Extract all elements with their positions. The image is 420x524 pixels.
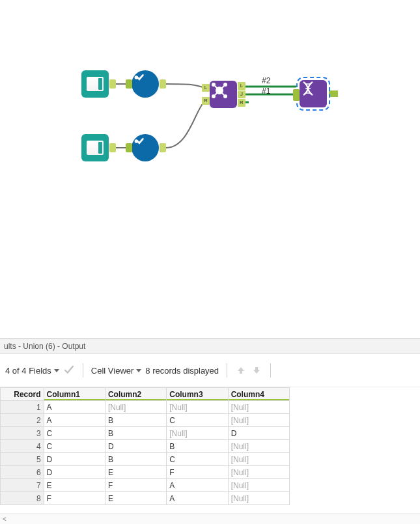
col-header-column2[interactable]: Column2	[105, 388, 166, 401]
join-port-L-out: L	[238, 82, 245, 90]
data-cell[interactable]: A	[44, 414, 105, 427]
connection-label-1: #2	[262, 76, 270, 85]
data-cell[interactable]: E	[105, 466, 166, 479]
data-cell[interactable]: E	[105, 492, 166, 505]
record-cell[interactable]: 2	[1, 414, 44, 427]
tool-input-data-2[interactable]	[81, 134, 109, 161]
data-cell[interactable]: A	[167, 492, 228, 505]
table-row[interactable]: 3CB[Null]D	[1, 427, 290, 440]
connection-label-2: #1	[262, 87, 270, 96]
data-cell[interactable]: [Null]	[105, 401, 166, 414]
tool-select-1[interactable]	[132, 70, 159, 98]
data-cell[interactable]: B	[105, 453, 166, 466]
data-cell[interactable]: C	[167, 453, 228, 466]
tool-select-2[interactable]	[132, 134, 159, 161]
table-row[interactable]: 2ABC[Null]	[1, 414, 290, 427]
data-cell[interactable]: [Null]	[228, 440, 289, 453]
svg-line-9	[215, 92, 217, 95]
data-cell[interactable]: [Null]	[228, 492, 289, 505]
toolbar-separator	[83, 363, 83, 378]
arrow-up-button[interactable]	[235, 365, 247, 376]
data-cell[interactable]: [Null]	[167, 427, 228, 440]
join-port-R-in: R	[202, 97, 210, 105]
col-header-record[interactable]: Record	[1, 388, 44, 401]
data-cell[interactable]: F	[167, 466, 228, 479]
join-port-L-in: L	[202, 84, 210, 92]
table-row[interactable]: 6DEF[Null]	[1, 466, 290, 479]
data-cell[interactable]: [Null]	[228, 414, 289, 427]
record-cell[interactable]: 4	[1, 440, 44, 453]
data-cell[interactable]: [Null]	[228, 479, 289, 492]
horizontal-scrollbar[interactable]: <	[0, 514, 420, 524]
data-cell[interactable]: F	[105, 479, 166, 492]
toolbar-separator	[270, 363, 271, 378]
data-cell[interactable]: B	[105, 414, 166, 427]
data-cell[interactable]: A	[167, 479, 228, 492]
record-cell[interactable]: 8	[1, 492, 44, 505]
record-cell[interactable]: 3	[1, 427, 44, 440]
join-port-R-out: R	[238, 99, 245, 107]
data-cell[interactable]: D	[44, 453, 105, 466]
data-cell[interactable]: E	[44, 479, 105, 492]
table-row[interactable]: 7EFA[Null]	[1, 479, 290, 492]
results-panel: ults - Union (6) - Output 4 of 4 Fields …	[0, 338, 420, 524]
records-count: 8 records displayed	[145, 366, 219, 376]
results-grid[interactable]: Record Column1 Column2 Column3 Column4 1…	[0, 387, 290, 505]
data-cell[interactable]: D	[44, 466, 105, 479]
data-cell[interactable]: A	[44, 401, 105, 414]
data-cell[interactable]: F	[44, 492, 105, 505]
svg-line-10	[221, 92, 224, 95]
data-cell[interactable]: C	[167, 414, 228, 427]
svg-line-8	[221, 86, 224, 89]
data-cell[interactable]: [Null]	[167, 401, 228, 414]
results-toolbar: 4 of 4 Fields Cell Viewer 8 records disp…	[0, 354, 420, 387]
col-header-column1[interactable]: Column1	[44, 388, 105, 401]
record-cell[interactable]: 5	[1, 453, 44, 466]
svg-line-7	[215, 86, 217, 89]
tool-input-data-1[interactable]	[81, 70, 109, 98]
table-row[interactable]: 5DBC[Null]	[1, 453, 290, 466]
record-cell[interactable]: 7	[1, 479, 44, 492]
table-header-row: Record Column1 Column2 Column3 Column4	[1, 388, 290, 401]
record-cell[interactable]: 6	[1, 466, 44, 479]
data-cell[interactable]: C	[44, 427, 105, 440]
toolbar-separator	[227, 363, 227, 378]
fields-dropdown[interactable]: 4 of 4 Fields	[5, 366, 59, 376]
join-port-J-out: J	[238, 90, 245, 98]
fields-check-icon[interactable]	[63, 364, 75, 378]
table-row[interactable]: 8FEA[Null]	[1, 492, 290, 505]
data-cell[interactable]: [Null]	[228, 466, 289, 479]
results-grid-wrap[interactable]: Record Column1 Column2 Column3 Column4 1…	[0, 387, 420, 514]
table-row[interactable]: 4CDB[Null]	[1, 440, 290, 453]
results-title: ults - Union (6) - Output	[0, 339, 420, 354]
record-cell[interactable]: 1	[1, 401, 44, 414]
arrow-down-button[interactable]	[251, 365, 262, 376]
table-row[interactable]: 1A[Null][Null][Null]	[1, 401, 290, 414]
data-cell[interactable]: B	[167, 440, 228, 453]
col-header-column4[interactable]: Column4	[228, 388, 289, 401]
data-cell[interactable]: [Null]	[228, 401, 289, 414]
data-cell[interactable]: C	[44, 440, 105, 453]
fields-dropdown-label: 4 of 4 Fields	[5, 366, 51, 376]
data-cell[interactable]: D	[105, 440, 166, 453]
tool-join[interactable]	[210, 81, 237, 108]
cell-viewer-label: Cell Viewer	[91, 366, 134, 376]
data-cell[interactable]: [Null]	[228, 453, 289, 466]
tool-union[interactable]	[300, 80, 327, 107]
workflow-canvas[interactable]: #2 #1	[0, 0, 420, 338]
col-header-column3[interactable]: Column3	[167, 388, 228, 401]
data-cell[interactable]: D	[228, 427, 289, 440]
chevron-down-icon	[136, 369, 141, 372]
cell-viewer-dropdown[interactable]: Cell Viewer	[91, 366, 142, 376]
data-cell[interactable]: B	[105, 427, 166, 440]
chevron-down-icon	[54, 369, 59, 372]
